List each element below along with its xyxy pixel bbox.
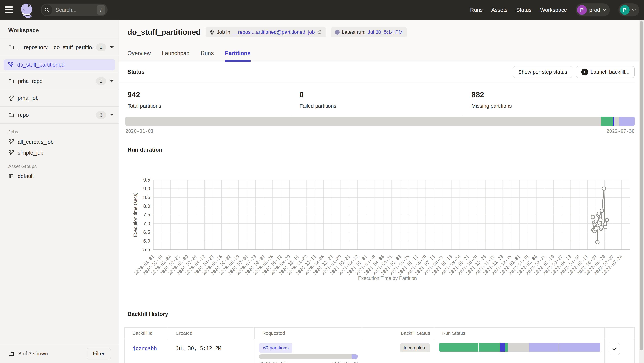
data-point[interactable] [600,209,604,212]
backfill-id-link[interactable]: jozrgsbh [132,345,157,351]
y-axis-title: Execution time (secs) [132,192,138,237]
job-icon [8,95,14,101]
data-point[interactable] [600,226,603,229]
search-placeholder: Search... [56,7,76,13]
sidebar-item-do-stuff-partitioned[interactable]: do_stuff_partitioned [4,59,115,70]
repo-label: __repository__do_stuff_partitio... [18,44,96,50]
sidebar-item-default-group[interactable]: default [8,173,34,179]
y-tick-label: 6.0 [143,238,150,244]
nav-workspace[interactable]: Workspace [540,7,567,13]
job-origin-link[interactable]: __reposi...artitioned@partitioned_job [232,29,315,35]
expand-row-button[interactable] [608,343,620,355]
data-point[interactable] [604,225,607,229]
bar-segment [529,343,559,352]
bar-segment [439,343,478,352]
y-tick-label: 7.0 [143,221,150,226]
launch-backfill-button[interactable]: + Launch backfill... [576,66,635,78]
search-shortcut-badge: / [97,5,105,14]
data-point[interactable] [591,215,595,219]
nav-status[interactable]: Status [516,7,532,13]
nav-assets[interactable]: Assets [491,7,508,13]
y-tick-label: 5.5 [143,247,150,252]
sidebar-title: Workspace [8,27,39,34]
partition-stats: 942 Total partitions 0 Failed partitions… [119,83,635,116]
tab-partitions[interactable]: Partitions [225,50,250,62]
run-status-bar[interactable] [439,343,600,352]
chevron-down-icon[interactable] [110,80,114,82]
stat-label: Missing partitions [472,103,635,109]
chevron-down-icon [612,348,617,350]
plus-icon: + [581,68,588,75]
scrollbar-track[interactable] [639,20,644,363]
search-input[interactable]: Search... / [41,4,108,16]
partition-status-bar[interactable] [126,116,635,126]
asset-group-icon [8,173,14,179]
chevron-down-icon[interactable] [110,114,114,116]
bar-segment [559,343,600,352]
sidebar-item-simple-job[interactable]: simple_job [8,150,43,156]
menu-icon[interactable] [5,6,13,13]
job-label: prha_job [18,95,39,101]
nav-runs[interactable]: Runs [470,7,483,13]
bar-segment [126,116,601,126]
repo-count-badge: 1 [96,77,106,85]
sidebar-item-prha-repo[interactable]: prha_repo 1 [0,73,119,90]
x-axis-title: Execution Time by Partition [358,276,417,281]
data-point[interactable] [599,218,602,222]
scrollbar-thumb[interactable] [640,21,644,350]
bar-segment [478,343,500,352]
requested-partitions-pill[interactable]: 60 partitions [259,343,292,353]
sidebar-item-repo[interactable]: repo 3 [0,106,119,124]
status-section-title: Status [128,69,145,75]
repo-count-badge: 3 [96,111,106,119]
requested-range-start: 2020-01-01 [259,361,286,363]
stat-value: 942 [128,90,291,99]
backfill-status-badge: Incomplete [400,343,430,352]
requested-range-end: 2022-07-30 [331,361,358,363]
deployment-switcher[interactable]: P prod [576,4,610,16]
repo-label: repo [18,112,29,118]
folder-icon [8,112,14,118]
col-actions [604,328,634,339]
deployment-label: prod [589,7,600,13]
bar-segment [601,116,613,126]
latest-run-prefix: Latest run: [342,29,366,35]
deployment-avatar: P [577,5,587,15]
data-point[interactable] [602,187,606,190]
bar-segment [614,116,619,126]
data-point[interactable] [597,212,601,216]
col-requested: Requested [254,328,363,339]
latest-run-link[interactable]: Jul 30, 5:14 PM [368,29,403,35]
job-label: do_stuff_partitioned [17,62,64,68]
folder-icon [8,78,14,84]
sidebar-item-repository-do-stuff[interactable]: __repository__do_stuff_partitio... 1 [0,39,119,56]
col-run-status: Run Status [434,328,604,339]
page-title: do_stuff_partitioned [128,28,200,36]
data-point[interactable] [605,218,609,222]
partition-range-start: 2020-01-01 [126,128,154,134]
job-origin-pill: Job in __reposi...artitioned@partitioned… [206,27,326,38]
page-header: do_stuff_partitioned Job in __reposi...a… [119,20,644,62]
sidebar-item-prha-job[interactable]: prha_job [0,90,119,106]
run-duration-chart[interactable]: 2020-01-012020-01-182020-02-042020-02-21… [119,158,644,284]
bar-segment [619,116,635,126]
col-backfill-id: Backfill Id [125,328,168,339]
chevron-down-icon[interactable] [110,46,114,48]
data-point[interactable] [596,240,599,244]
reload-icon[interactable] [317,30,322,35]
asset-groups-section-label: Asset Groups [8,164,37,169]
asset-group-label: default [18,173,34,179]
user-menu[interactable]: P [618,4,639,16]
sidebar-item-all-cereals-job[interactable]: all_cereals_job [8,139,54,145]
show-per-step-status-button[interactable]: Show per-step status [513,66,572,78]
bar-segment [508,343,529,352]
job-label: all_cereals_job [18,139,54,145]
top-navigation: Runs Assets Status Workspace P prod P [470,4,644,16]
tab-overview[interactable]: Overview [128,50,151,62]
tab-runs[interactable]: Runs [201,50,214,62]
tab-launchpad[interactable]: Launchpad [162,50,190,62]
filter-button[interactable]: Filter [87,348,111,360]
col-backfill-status: Backfill Status [362,328,434,339]
repo-count-badge: 1 [96,43,106,51]
bar-segment [259,354,352,359]
